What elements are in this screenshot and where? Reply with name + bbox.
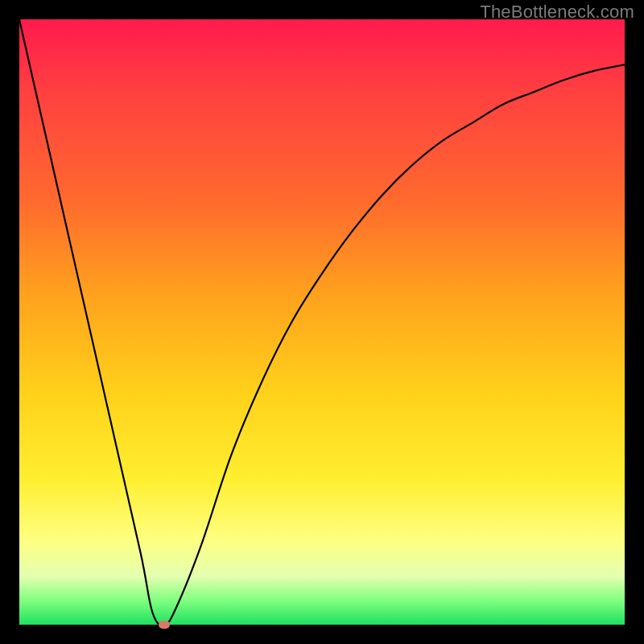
bottleneck-curve (19, 19, 625, 625)
plot-area (19, 19, 625, 625)
chart-frame: TheBottleneck.com (0, 0, 644, 644)
minimum-marker (159, 621, 170, 629)
